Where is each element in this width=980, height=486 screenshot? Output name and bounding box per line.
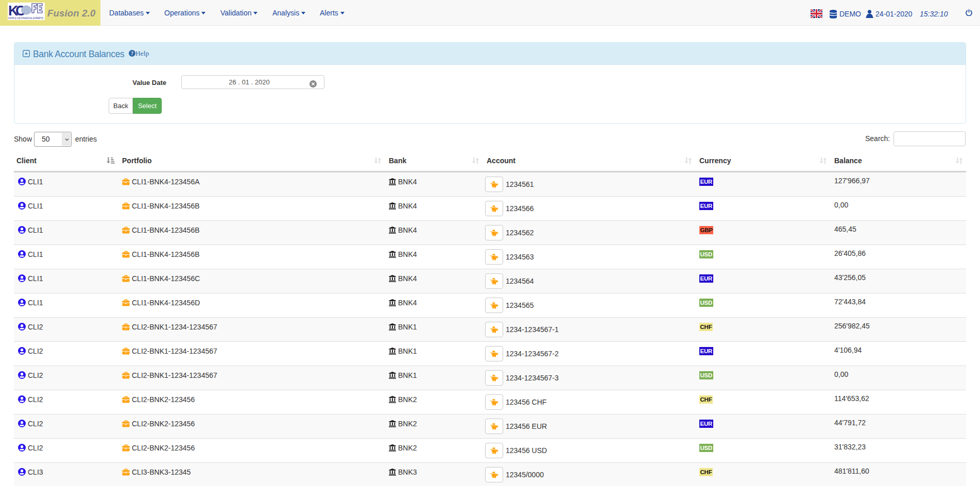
svg-text:KAHN & CIE FINANCIAL EXPERTS: KAHN & CIE FINANCIAL EXPERTS [8, 16, 44, 20]
svg-text:?: ? [131, 51, 133, 56]
